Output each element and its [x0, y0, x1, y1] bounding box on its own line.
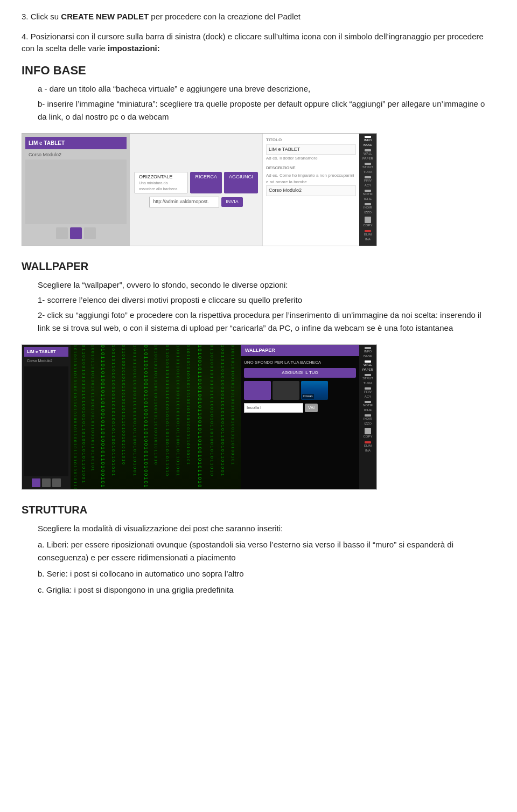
screenshot1-image: LIM e TABLET Corso Modulo2 ORIZZONTALE U…	[22, 133, 377, 246]
mock-left-image	[25, 159, 127, 224]
mock2-sidebar-infobase: INFOBASE	[360, 347, 375, 359]
matrix-col-8: 01011010100101101001011010010110100101	[143, 345, 148, 488]
wallpaper-tile-ocean-label: Ocean	[302, 394, 314, 399]
struttura-item-a: a. Liberi: per essere riposizionati ovun…	[38, 538, 495, 564]
mock-right-titolo-label: TITOLO	[266, 137, 356, 143]
sidebar-label-wallpaper: WALLPAPER	[362, 151, 373, 161]
mock-url-input[interactable]: http://admin.valdarnopost.	[149, 197, 219, 207]
mock2-sidebar-wallpaper: WALLPAPER	[360, 360, 375, 372]
mock2-icons	[24, 478, 68, 487]
matrix-col-2: 0110100101010110100101011010010101101001	[81, 345, 86, 484]
mock-right-panel: TITOLO LIM e TABLET Ad es. Il dottor Str…	[262, 134, 359, 246]
mock2-right-panel: WALLPAPER Uno sfondo per la tua bacheca …	[241, 345, 359, 489]
mock2-sidebar-label-copy: COPY	[363, 434, 372, 439]
sidebar-label-elimina: ELIMINA	[364, 232, 372, 242]
mock2-sidebar-label-struttura: STRUTTURA	[362, 376, 373, 386]
matrix-col-12: 01011010100101101001011010010110100101	[186, 345, 190, 466]
mock2-right-header: WALLPAPER	[241, 345, 359, 357]
sidebar-label-privacy: PRIVACY	[364, 178, 372, 188]
mock-right-titolo-value: LIM e TABLET	[266, 144, 356, 155]
mock2-matrix-bg: 1010010110101001011010100101100101101010…	[71, 345, 241, 489]
mock2-left: LIM e TABLET Corso Modulo2	[22, 345, 71, 489]
mock-left-sub: Corso Modulo2	[25, 150, 127, 160]
tab-aggiungi: AGGIUNGI	[224, 172, 258, 194]
step4-block: 4. Posizionarsi con il cursore sulla bar…	[22, 31, 495, 55]
mock-submit-btn[interactable]: INVIA	[221, 197, 243, 207]
mock2-url-row: Incolla l VAI	[244, 403, 356, 413]
mock2-left-header: LIM e TABLET	[24, 347, 68, 357]
wallpaper-item2: 2- click su “aggiungi foto” e procedere …	[38, 309, 495, 335]
mock2-aggiungi-btn[interactable]: AGGIUNGI IL TUO	[244, 368, 356, 378]
matrix-col-13: 10100101101010010110010110100101011010	[197, 345, 202, 488]
mock2-sidebar-copy: COPY	[360, 428, 375, 440]
mock2-sidebar-indirizzo: INDIRIZZO	[360, 414, 375, 426]
mock2-sidebar: INFOBASE WALLPAPER STRUTTURA PRIVACY NOT…	[359, 345, 376, 489]
matrix-col-16: 01011010100101101001011010010110100101	[231, 345, 235, 466]
mock-sidebar-1: INFOBASE WALLPAPER STRUTTURA PRIVACY NOT…	[359, 134, 376, 246]
struttura-heading: STRUTTURA	[22, 502, 495, 518]
mock-right-course: Corso Modulo2	[266, 185, 356, 196]
matrix-col-11: 10010110101001011010100101100101101001	[176, 345, 180, 477]
matrix-col-15: 10010110101001011010100101100101101001	[220, 345, 225, 477]
mock2-sidebar-icon-copy	[365, 428, 371, 434]
mock-tabs: ORIZZONTALE Una miniatura da associare a…	[134, 172, 258, 194]
mock2-sidebar-label-indirizzo: INDIRIZZO	[364, 417, 372, 426]
mock2-sidebar-label-wallpaper: WALLPAPER	[362, 363, 373, 372]
sidebar-item-copy: COPY	[360, 217, 375, 228]
mock-right-desc-hint: Ad es. Come ho imparato a non preoccupar…	[266, 172, 356, 185]
mock-right-desc-label: DESCRIZIONE	[266, 165, 356, 171]
mock-right-titolo-section: TITOLO LIM e TABLET Ad es. Il dottor Str…	[266, 137, 356, 162]
mock2-right-content: Uno sfondo per la tua bacheca AGGIUNGI I…	[241, 356, 359, 489]
step3-prefix: 3. Click su	[22, 12, 61, 21]
matrix-col-10: 01101001010101101001010110100101011010	[165, 345, 169, 477]
wallpaper-text: Scegliere la “wallpaper”, ovvero lo sfon…	[38, 279, 495, 335]
matrix-col-1: 1010010110101001011010100101100101101010…	[73, 345, 77, 489]
mock-left-header: LIM e TABLET	[25, 137, 127, 149]
mock2-sidebar-struttura: STRUTTURA	[360, 374, 375, 386]
mock-right-desc-section: DESCRIZIONE Ad es. Come ho imparato a no…	[266, 165, 356, 196]
tab-orizzontale: ORIZZONTALE Una miniatura da associare a…	[134, 172, 188, 194]
mock2-icon1	[32, 478, 40, 487]
wallpaper-heading: WALLPAPER	[22, 258, 495, 274]
matrix-col-7: 10010110101001011010100101100101101001	[132, 345, 137, 477]
step3-block: 3. Click su CREATE NEW PADLET per proced…	[22, 11, 495, 23]
sidebar-item-notifiche: NOTIFICHE	[360, 190, 375, 202]
sidebar-item-struttura: STRUTTURA	[360, 163, 375, 175]
step4-bold: impostazioni:	[108, 44, 160, 53]
mock2-sidebar-label-notifiche: NOTIFICHE	[363, 403, 373, 413]
step3-text: 3. Click su CREATE NEW PADLET per proced…	[22, 11, 495, 23]
matrix-col-9: 10100101101010010110010110100101011010	[154, 345, 158, 466]
mock2-url-input[interactable]: Incolla l	[244, 403, 303, 413]
mock2-url-btn[interactable]: VAI	[305, 404, 318, 412]
wallpaper-text1: Scegliere la “wallpaper”, ovvero lo sfon…	[38, 279, 495, 292]
wallpaper-tile-1	[244, 381, 271, 400]
sidebar-item-infobase: INFOBASE	[360, 136, 375, 148]
mock-left-panel: LIM e TABLET Corso Modulo2	[22, 134, 130, 246]
mock2-preview-tiles: Ocean	[244, 381, 356, 400]
info-base-item-b: b- inserire l’immagine “miniatura”: sceg…	[38, 98, 495, 123]
tab-orizzontale-label: ORIZZONTALE	[139, 173, 183, 181]
info-base-heading: INFO BASE	[22, 61, 495, 79]
sidebar-label-copy: COPY	[363, 223, 372, 228]
mock-icon-upload	[70, 227, 82, 239]
sidebar-item-indirizzo: INDIRIZZO	[360, 203, 375, 215]
mock2-left-img	[24, 366, 68, 476]
mock-url-bar: http://admin.valdarnopost. INVIA	[149, 197, 243, 207]
sidebar-label-indirizzo: INDIRIZZO	[364, 205, 372, 215]
sidebar-item-elimina: ELIMINA	[360, 230, 375, 242]
screenshot2-image: LIM e TABLET Corso Modulo2 1010010110101…	[22, 344, 377, 490]
sidebar-label-notifiche: NOTIFICHE	[363, 192, 373, 202]
mock2-sidebar-label-infobase: INFOBASE	[364, 349, 372, 359]
mock2-sidebar-label-elimina: ELIMINA	[364, 443, 372, 453]
info-base-item-a: a - dare un titolo alla “bacheca virtual…	[38, 82, 495, 95]
mock-icons-row	[25, 227, 127, 239]
tab-desc: Una miniatura da associare alla bacheca.	[139, 181, 183, 192]
mock2-sidebar-label-privacy: PRIVACY	[364, 390, 372, 399]
mock-right-titolo-hint: Ad es. Il dottor Stranamore	[266, 155, 356, 162]
struttura-items: Scegliere la modalità di visualizzazione…	[38, 522, 495, 596]
step4-text: 4. Posizionarsi con il cursore sulla bar…	[22, 31, 495, 55]
struttura-item-c: c. Griglia: i post si dispongono in una …	[38, 584, 495, 596]
matrix-lines: 1010010110101001011010100101100101101010…	[71, 345, 241, 489]
mock2-sidebar-privacy: PRIVACY	[360, 387, 375, 399]
mock-icon-link	[56, 227, 68, 239]
